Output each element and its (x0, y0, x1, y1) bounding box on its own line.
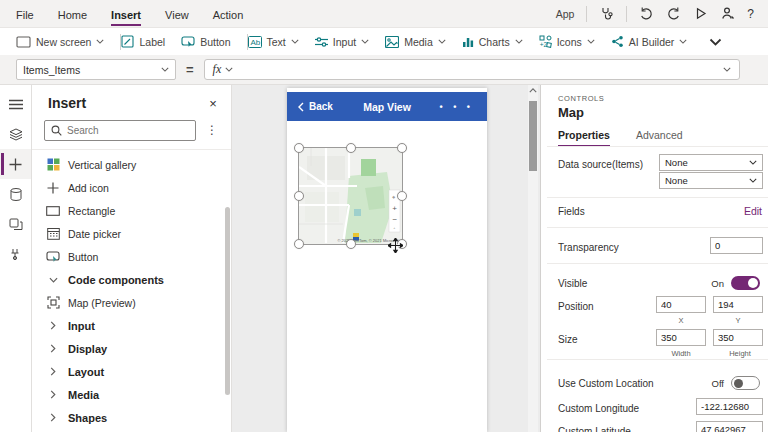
vertical-gallery-icon (45, 158, 61, 171)
resize-handle-bottom[interactable] (346, 239, 356, 249)
canvas-scrollbar-thumb[interactable] (529, 101, 537, 171)
resize-handle-left[interactable] (294, 191, 304, 201)
rail-media[interactable] (0, 209, 31, 239)
button-icon (45, 250, 61, 263)
screens-icon (9, 218, 23, 231)
share-person-icon[interactable] (720, 6, 735, 21)
tab-advanced[interactable]: Advanced (636, 129, 683, 147)
search-input[interactable] (67, 125, 189, 136)
use-custom-location-toggle[interactable] (731, 376, 760, 390)
size-height-input[interactable] (713, 329, 763, 346)
fields-label: Fields (558, 206, 585, 217)
label-icon (121, 35, 134, 48)
rail-insert[interactable] (0, 149, 31, 179)
menu-insert[interactable]: Insert (111, 2, 141, 26)
resize-handle-bottom-left[interactable] (294, 239, 304, 249)
menu-file[interactable]: File (16, 2, 34, 26)
ai-builder-menu[interactable]: AI Builder (611, 35, 688, 48)
rail-data[interactable] (0, 179, 31, 209)
close-icon[interactable]: × (205, 95, 221, 111)
visible-toggle[interactable] (731, 276, 760, 290)
app-screen[interactable]: Back Map View • • • (287, 88, 487, 432)
divider (626, 6, 627, 22)
menu-home[interactable]: Home (58, 2, 87, 26)
chevron-down-icon (161, 67, 169, 72)
menu-action[interactable]: Action (213, 2, 244, 26)
position-y-input[interactable] (713, 296, 763, 313)
undo-icon[interactable] (639, 6, 654, 21)
x-caption: X (669, 316, 693, 325)
svg-text:Ab: Ab (250, 38, 260, 47)
more-options-icon[interactable]: ⋮ (206, 123, 218, 137)
insert-section-shapes[interactable]: Shapes (32, 406, 231, 429)
y-caption: Y (726, 316, 750, 325)
help-icon[interactable]: ? (747, 7, 754, 21)
button-button[interactable]: Button (181, 35, 230, 48)
insert-item-vertical-gallery[interactable]: Vertical gallery (32, 153, 231, 176)
resize-handle-top[interactable] (346, 143, 356, 153)
resize-handle-right[interactable] (397, 191, 407, 201)
size-width-input[interactable] (656, 329, 706, 346)
toolbar-overflow-button[interactable] (709, 38, 722, 46)
screen-header: Back Map View • • • (287, 92, 487, 121)
new-screen-button[interactable]: New screen (16, 36, 104, 48)
insert-panel: Insert × ⋮ Vertical gallery Add icon (32, 85, 232, 432)
resize-handle-top-right[interactable] (397, 143, 407, 153)
canvas-scrollbar[interactable] (528, 85, 538, 432)
chevron-down-icon (515, 39, 523, 44)
data-source-select-2[interactable]: None (659, 172, 763, 189)
formula-expand-chevron-icon[interactable] (723, 67, 731, 72)
formula-input[interactable] (241, 60, 722, 79)
rectangle-icon (45, 206, 61, 216)
insert-section-input[interactable]: Input (32, 314, 231, 337)
position-x-input[interactable] (656, 296, 706, 313)
map-control-selected[interactable]: ⌖ + − ◦ © 2021 TomTom, © 2021 Microsoft (298, 147, 403, 245)
menu-view[interactable]: View (165, 2, 189, 26)
charts-menu[interactable]: Charts (462, 36, 523, 48)
insert-item-button[interactable]: Button (32, 245, 231, 268)
menu-bar: File Home Insert View Action App (0, 0, 768, 28)
insert-item-rectangle[interactable]: Rectangle (32, 199, 231, 222)
label-button[interactable]: Label (121, 35, 165, 48)
rail-tree-view[interactable] (0, 89, 31, 119)
property-selector[interactable]: Items_Items (16, 59, 176, 80)
chevron-down-icon (438, 39, 446, 44)
formula-input-box[interactable]: fx (204, 59, 740, 80)
app-checker-icon[interactable] (599, 6, 614, 21)
insert-panel-scrollbar[interactable] (225, 207, 230, 395)
insert-section-media[interactable]: Media (32, 383, 231, 406)
ellipsis-icon[interactable]: • • • (440, 102, 474, 112)
input-menu[interactable]: Input (315, 36, 369, 48)
media-menu[interactable]: Media (385, 36, 446, 48)
fields-edit-link[interactable]: Edit (744, 205, 762, 217)
chevron-down-icon (361, 39, 369, 44)
transparency-input[interactable] (710, 237, 763, 254)
play-icon[interactable] (693, 6, 708, 21)
scroll-up-icon[interactable] (528, 88, 538, 93)
insert-section-layout[interactable]: Layout (32, 360, 231, 383)
divider (547, 227, 768, 228)
insert-section-display[interactable]: Display (32, 337, 231, 360)
icons-menu[interactable]: +2 Icons (539, 35, 595, 48)
chevron-right-icon (45, 390, 61, 399)
custom-latitude-input[interactable] (696, 421, 763, 432)
insert-item-date-picker[interactable]: Date picker (32, 222, 231, 245)
data-source-select-1[interactable]: None (659, 154, 763, 171)
text-menu[interactable]: Ab Text (248, 36, 299, 48)
insert-search-box[interactable] (44, 120, 196, 141)
chevron-down-icon (709, 38, 722, 46)
rail-advanced-tools[interactable] (0, 239, 31, 269)
fx-menu[interactable]: fx (213, 62, 234, 77)
text-icon: Ab (248, 36, 262, 48)
svg-text:◦: ◦ (393, 225, 395, 231)
insert-section-code-components[interactable]: Code components (32, 268, 231, 291)
new-screen-icon (16, 36, 31, 48)
rail-screens[interactable] (0, 119, 31, 149)
media-icon (385, 36, 399, 48)
insert-item-map-preview[interactable]: Map (Preview) (32, 291, 231, 314)
tab-properties[interactable]: Properties (558, 129, 610, 147)
custom-longitude-input[interactable] (696, 398, 763, 415)
insert-item-add-icon[interactable]: Add icon (32, 176, 231, 199)
resize-handle-top-left[interactable] (294, 143, 304, 153)
redo-icon[interactable] (666, 6, 681, 21)
